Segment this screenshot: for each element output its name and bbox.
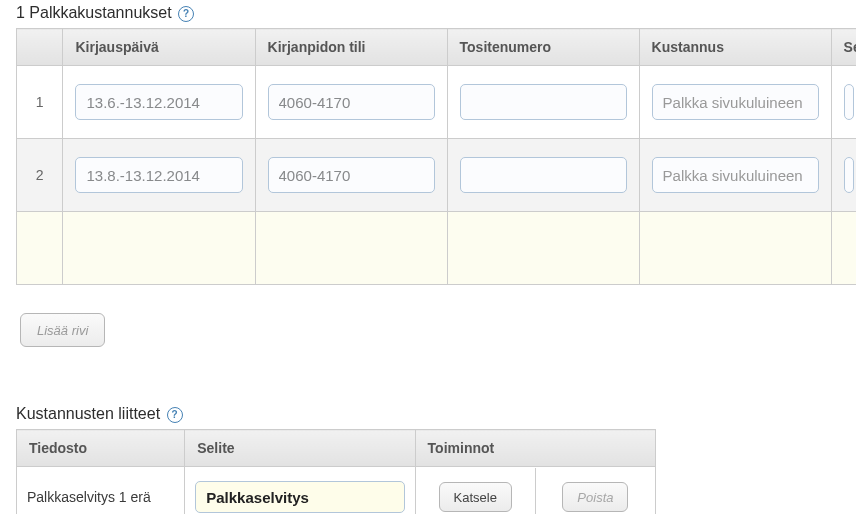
tiedosto-cell: Palkkaselvitys 1 erä: [17, 467, 185, 515]
help-icon[interactable]: ?: [178, 6, 194, 22]
tili-input[interactable]: [268, 84, 435, 120]
col-att-selite-header: Selite: [185, 430, 415, 467]
attachments-table: Tiedosto Selite Toiminnot Palkkaselvitys…: [16, 429, 656, 514]
selite-input[interactable]: [195, 481, 404, 513]
tosite-input[interactable]: [460, 157, 627, 193]
kustannus-input[interactable]: [652, 84, 819, 120]
tili-input[interactable]: [268, 157, 435, 193]
table-row: 1: [17, 66, 857, 139]
col-tili-header: Kirjanpidon tili: [255, 29, 447, 66]
kirjauspaiva-input[interactable]: [75, 84, 242, 120]
section2-title: Kustannusten liitteet ?: [16, 405, 856, 423]
table-row: 2: [17, 139, 857, 212]
col-toiminnot-header: Toiminnot: [415, 430, 655, 467]
selite-input[interactable]: [844, 84, 854, 120]
summary-row: [17, 212, 857, 285]
view-button[interactable]: Katsele: [439, 482, 512, 512]
kirjauspaiva-input[interactable]: [75, 157, 242, 193]
tosite-input[interactable]: [460, 84, 627, 120]
row-number: 2: [17, 139, 63, 212]
row-number: 1: [17, 66, 63, 139]
col-tiedosto-header: Tiedosto: [17, 430, 185, 467]
section1-title-text: 1 Palkkakustannukset: [16, 4, 172, 21]
delete-button[interactable]: Poista: [562, 482, 628, 512]
help-icon[interactable]: ?: [167, 407, 183, 423]
section1-title: 1 Palkkakustannukset ?: [16, 4, 856, 22]
selite-input[interactable]: [844, 157, 854, 193]
section2-title-text: Kustannusten liitteet: [16, 405, 160, 422]
attachments-row: Palkkaselvitys 1 erä Katsele Poista: [17, 467, 656, 515]
kustannus-input[interactable]: [652, 157, 819, 193]
col-kustannus-header: Kustannus: [639, 29, 831, 66]
palkkakustannukset-table: Kirjauspäivä Kirjanpidon tili Tositenume…: [16, 28, 856, 285]
col-tosite-header: Tositenumero: [447, 29, 639, 66]
col-selite-header: Sel: [831, 29, 856, 66]
col-kirjauspaiva-header: Kirjauspäivä: [63, 29, 255, 66]
add-row-button[interactable]: Lisää rivi: [20, 313, 105, 347]
col-num-header: [17, 29, 63, 66]
